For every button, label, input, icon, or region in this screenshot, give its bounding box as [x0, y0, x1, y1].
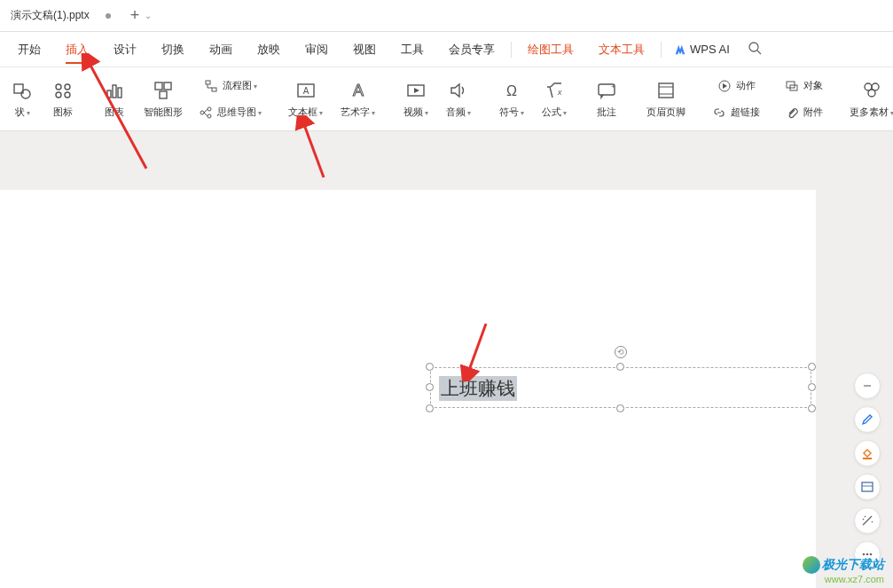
search-icon	[748, 41, 762, 55]
menu-view[interactable]: 视图	[341, 32, 388, 67]
ribbon-hyperlink[interactable]: 超链接	[705, 99, 767, 126]
symbol-icon: Ω	[500, 79, 523, 102]
ribbon-audio[interactable]: 音频▾	[437, 71, 480, 128]
resize-handle-bm[interactable]	[616, 404, 624, 412]
svg-rect-12	[164, 82, 171, 90]
resize-handle-tm[interactable]	[616, 363, 624, 371]
float-magic[interactable]	[854, 507, 881, 534]
ribbon-action[interactable]: 动作	[705, 73, 767, 99]
float-layout[interactable]	[854, 474, 881, 500]
ribbon-icon-lib[interactable]: 图标	[43, 71, 83, 128]
mindmap-icon	[199, 106, 213, 120]
menu-design[interactable]: 设计	[101, 32, 149, 67]
svg-rect-13	[160, 91, 167, 98]
ribbon-flowchart[interactable]: 流程图▾	[192, 73, 269, 99]
ribbon-textbox[interactable]: A 文本框▾	[279, 71, 332, 128]
svg-rect-11	[155, 82, 162, 90]
svg-rect-8	[107, 90, 111, 98]
wps-ai-icon	[674, 43, 686, 56]
tab-bar: 演示文稿(1).pptx + ⌄	[0, 0, 893, 32]
ribbon-comment[interactable]: + 批注	[586, 71, 627, 128]
svg-point-35	[868, 90, 875, 97]
shape-icon	[11, 79, 34, 102]
ribbon-wordart[interactable]: A 艺术字▾	[332, 71, 384, 128]
watermark-logo-icon	[803, 556, 820, 574]
resize-handle-mr[interactable]	[808, 383, 816, 391]
document-tab[interactable]: 演示文稿(1).pptx	[0, 4, 121, 28]
hyperlink-icon	[712, 106, 726, 120]
ribbon-more-assets[interactable]: 更多素材▾	[841, 71, 893, 128]
ribbon-object[interactable]: 对象	[778, 73, 830, 99]
minus-icon	[861, 380, 873, 392]
video-icon	[404, 79, 427, 102]
svg-text:A: A	[352, 82, 363, 99]
menu-start[interactable]: 开始	[5, 32, 53, 67]
wps-ai-button[interactable]: WPS AI	[665, 43, 739, 56]
search-button[interactable]	[739, 41, 771, 58]
ribbon-smart-graphic[interactable]: 智能图形	[135, 71, 192, 128]
textbox-icon: A	[294, 79, 317, 102]
tab-modified-dot	[106, 13, 111, 19]
svg-point-42	[870, 553, 873, 556]
svg-rect-10	[118, 88, 121, 98]
float-fill[interactable]	[854, 440, 881, 466]
new-tab-button[interactable]: +	[130, 6, 140, 25]
svg-point-17	[208, 107, 211, 111]
ribbon-shape[interactable]: 状▾	[2, 71, 43, 128]
menu-text-tools[interactable]: 文本工具	[586, 32, 657, 67]
smart-graphic-icon	[152, 79, 175, 102]
float-minus[interactable]	[854, 372, 881, 399]
wps-ai-label: WPS AI	[690, 43, 730, 56]
svg-point-41	[866, 553, 869, 556]
svg-point-16	[200, 111, 204, 114]
ribbon-formula[interactable]: x 公式▾	[533, 71, 576, 128]
resize-handle-tl[interactable]	[426, 363, 434, 371]
svg-line-1	[757, 51, 761, 54]
ribbon-chart[interactable]: 图表	[94, 71, 135, 128]
menu-drawing-tools[interactable]: 绘图工具	[515, 32, 586, 67]
ribbon-video[interactable]: 视频▾	[395, 71, 437, 128]
wordart-icon: A	[347, 79, 370, 102]
rotate-handle[interactable]: ⟲	[615, 346, 627, 358]
textbox-content[interactable]: 上班赚钱	[439, 376, 517, 401]
menu-review[interactable]: 审阅	[293, 32, 341, 67]
resize-handle-tr[interactable]	[808, 363, 816, 371]
tab-menu-button[interactable]: ⌄	[145, 11, 152, 20]
svg-point-5	[65, 84, 70, 90]
ribbon-toolbar: 状▾ 图标 图表 智能图形 流程图▾ 思维导图▾	[0, 67, 893, 131]
menu-slideshow[interactable]: 放映	[245, 32, 293, 67]
selected-textbox[interactable]: 上班赚钱 ⟲	[430, 367, 811, 408]
float-pen[interactable]	[854, 406, 881, 433]
svg-point-6	[56, 92, 61, 98]
ribbon-header-footer[interactable]: 页眉页脚	[638, 71, 694, 128]
tab-title: 演示文稿(1).pptx	[11, 8, 90, 23]
svg-point-18	[208, 114, 211, 118]
canvas-area	[0, 131, 893, 588]
ribbon-symbol[interactable]: Ω 符号▾	[490, 71, 533, 128]
svg-point-4	[56, 84, 61, 90]
svg-text:x: x	[557, 88, 562, 97]
menu-separator	[661, 42, 662, 58]
watermark-url: www.xz7.com	[803, 574, 884, 584]
menu-insert[interactable]: 插入	[53, 32, 101, 67]
floating-toolbar	[854, 372, 881, 568]
svg-point-3	[21, 90, 30, 98]
watermark-title: 极光下载站	[822, 557, 884, 571]
svg-text:+: +	[611, 82, 615, 90]
pen-icon	[860, 412, 874, 427]
chart-icon	[103, 79, 126, 102]
icon-lib-icon	[51, 79, 74, 102]
comment-icon: +	[595, 79, 618, 102]
menu-animation[interactable]: 动画	[197, 32, 245, 67]
svg-point-7	[65, 92, 70, 98]
resize-handle-bl[interactable]	[426, 404, 434, 412]
ribbon-attachment[interactable]: 附件	[778, 99, 830, 126]
menu-transition[interactable]: 切换	[149, 32, 197, 67]
resize-handle-br[interactable]	[808, 404, 816, 412]
svg-rect-38	[862, 482, 873, 491]
menu-member[interactable]: 会员专享	[436, 32, 507, 67]
svg-rect-14	[206, 81, 210, 84]
ribbon-mindmap[interactable]: 思维导图▾	[192, 99, 269, 126]
resize-handle-ml[interactable]	[426, 383, 434, 391]
menu-tools[interactable]: 工具	[388, 32, 436, 67]
